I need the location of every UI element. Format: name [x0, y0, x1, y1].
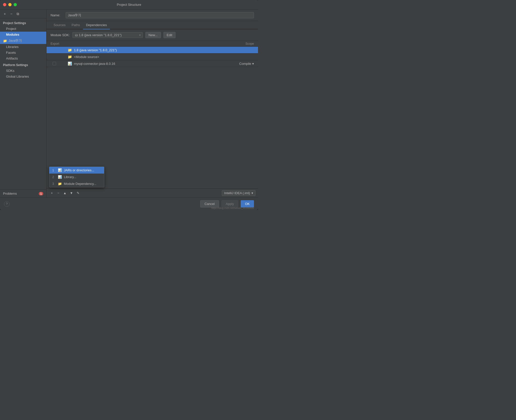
help-button[interactable]: ?: [4, 201, 10, 207]
module-name-input[interactable]: [66, 12, 254, 18]
sidebar-toolbar: + − ⧉: [0, 10, 46, 18]
sdk-dropdown-icon: ▾: [139, 34, 141, 36]
edit-sdk-button[interactable]: Edit: [163, 32, 176, 38]
close-button[interactable]: [3, 3, 6, 6]
dropdown-label-jars: JARs or directories...: [64, 168, 94, 172]
move-down-dep-button[interactable]: ▼: [69, 190, 74, 196]
dropdown-label-module: Module Dependency...: [64, 182, 96, 186]
problems-label[interactable]: Problems: [3, 192, 17, 195]
module-tree-item[interactable]: 📁 Java学习: [0, 37, 46, 44]
dropdown-label-library: Library...: [64, 175, 76, 179]
window-title: Project Structure: [117, 3, 141, 7]
format-dropdown-icon: ▾: [251, 191, 253, 195]
table-row[interactable]: 📊 mysql-connector-java-8.0.16 Compile ▾: [47, 60, 258, 67]
format-select[interactable]: IntelliJ IDEA (.iml) ▾: [222, 190, 255, 196]
footer: ? Cancel Apply OK https://blog.csdn.net/…: [0, 197, 258, 210]
sdk-label: Module SDK:: [51, 33, 70, 37]
name-label: Name:: [51, 13, 63, 17]
maximize-button[interactable]: [14, 3, 17, 6]
cancel-button[interactable]: Cancel: [200, 200, 219, 207]
main-layout: + − ⧉ Project Settings Project Modules 📁…: [0, 10, 258, 197]
dropdown-item-jars[interactable]: 1 📊 JARs or directories...: [49, 167, 104, 174]
tab-dependencies[interactable]: Dependencies: [83, 21, 110, 29]
edit-dep-button[interactable]: ✎: [75, 190, 81, 196]
project-structure-window: Project Structure + − ⧉ Project Settings…: [0, 0, 258, 210]
dependencies-table: Export Scope 📁 1.8 (java version "1.8.0_…: [47, 41, 258, 188]
sidebar-item-artifacts[interactable]: Artifacts: [0, 56, 46, 61]
footer-url: https://blog.csdn.net/weixin_45366499: [211, 207, 254, 209]
dep-mysql-name: mysql-connector-java-8.0.16: [74, 62, 227, 66]
tab-paths[interactable]: Paths: [69, 21, 83, 29]
remove-module-button[interactable]: −: [9, 11, 14, 17]
content-area: Name: Sources Paths Dependencies Module …: [47, 10, 258, 197]
sdk-select-text: 🗂 1.8 (java version "1.8.0_221"): [75, 33, 138, 37]
dep-lib-icon: 📊: [68, 62, 72, 66]
ok-button[interactable]: OK: [241, 200, 254, 207]
module-item-label: Java学习: [9, 38, 22, 43]
move-up-dep-button[interactable]: ▲: [62, 190, 68, 196]
tab-sources[interactable]: Sources: [51, 21, 69, 29]
table-row[interactable]: 📁 1.8 (java version "1.8.0_221"): [47, 47, 258, 54]
dropdown-num-2: 2: [52, 175, 56, 179]
col-header-scope: Scope: [229, 42, 254, 45]
add-module-button[interactable]: +: [2, 11, 8, 17]
window-controls: [3, 3, 17, 6]
module-folder-icon: 📁: [3, 39, 7, 43]
platform-settings-title: Platform Settings: [0, 61, 46, 68]
dropdown-item-module-dep[interactable]: 3 📁 Module Dependency...: [49, 180, 104, 187]
dropdown-item-library[interactable]: 2 📊 Library...: [49, 174, 104, 180]
name-row: Name:: [47, 10, 258, 21]
new-sdk-button[interactable]: New...: [145, 32, 161, 38]
content-toolbar: + − ▲ ▼ ✎ 1 📊 JARs or directories... 2 📊…: [47, 188, 258, 197]
sdk-select[interactable]: 🗂 1.8 (java version "1.8.0_221") ▾: [72, 32, 143, 38]
sdk-row: Module SDK: 🗂 1.8 (java version "1.8.0_2…: [47, 29, 258, 41]
remove-dep-button[interactable]: −: [56, 190, 61, 196]
sidebar-item-global-libraries[interactable]: Global Libraries: [0, 74, 46, 79]
sidebar-item-modules[interactable]: Modules: [0, 32, 46, 37]
copy-module-button[interactable]: ⧉: [15, 11, 21, 17]
sidebar-item-libraries[interactable]: Libraries: [0, 44, 46, 50]
sidebar-nav: Project Settings Project Modules 📁 Java学…: [0, 18, 46, 189]
sidebar-item-sdks[interactable]: SDKs: [0, 68, 46, 74]
apply-button[interactable]: Apply: [222, 200, 238, 207]
sidebar-item-project[interactable]: Project: [0, 26, 46, 32]
sidebar-item-facets[interactable]: Facets: [0, 50, 46, 56]
sidebar-bottom: Problems 1: [0, 189, 46, 197]
dep-mysql-scope: Compile ▾: [229, 62, 254, 66]
add-dep-dropdown: 1 📊 JARs or directories... 2 📊 Library..…: [49, 167, 104, 187]
problems-badge: 1: [39, 192, 43, 195]
dep-module-source-icon: 📁: [68, 55, 72, 59]
add-dep-button[interactable]: +: [49, 190, 55, 196]
dropdown-icon-jars: 📊: [58, 168, 62, 172]
scope-dropdown-icon: ▾: [252, 62, 254, 66]
dropdown-num-1: 1: [52, 169, 56, 172]
sidebar: + − ⧉ Project Settings Project Modules 📁…: [0, 10, 47, 197]
dropdown-icon-library: 📊: [58, 175, 62, 179]
title-bar: Project Structure: [0, 0, 258, 10]
minimize-button[interactable]: [8, 3, 12, 6]
project-settings-title: Project Settings: [0, 19, 46, 26]
format-select-text: IntelliJ IDEA (.iml): [224, 191, 250, 195]
table-header: Export Scope: [47, 41, 258, 47]
dep-name: 1.8 (java version "1.8.0_221"): [74, 48, 227, 52]
dep-module-source-name: <Module source>: [74, 55, 227, 59]
table-row[interactable]: 📁 <Module source>: [47, 54, 258, 60]
dropdown-num-3: 3: [52, 182, 56, 186]
tabs-row: Sources Paths Dependencies: [47, 21, 258, 29]
dep-folder-icon: 📁: [68, 48, 72, 52]
dep-checkbox[interactable]: [53, 62, 56, 65]
dropdown-icon-module: 📁: [58, 182, 62, 186]
col-header-export: Export: [51, 42, 66, 45]
